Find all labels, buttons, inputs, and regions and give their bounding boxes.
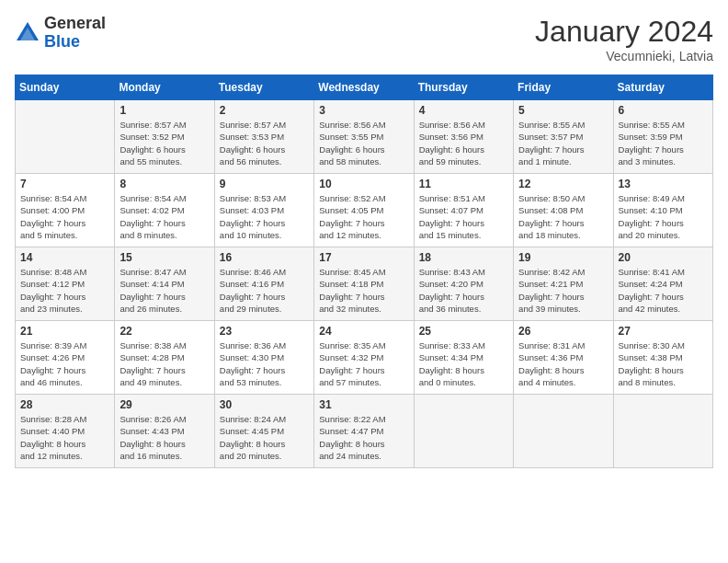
logo-icon: [15, 20, 40, 46]
calendar-cell: [414, 395, 513, 468]
day-info: Sunrise: 8:56 AMSunset: 3:55 PMDaylight:…: [319, 119, 408, 167]
calendar-cell: [514, 395, 613, 468]
day-info: Sunrise: 8:35 AMSunset: 4:32 PMDaylight:…: [319, 339, 408, 388]
calendar-cell: 8Sunrise: 8:54 AMSunset: 4:02 PMDaylight…: [115, 174, 214, 247]
logo: General Blue: [15, 15, 106, 52]
calendar-cell: 19Sunrise: 8:42 AMSunset: 4:21 PMDayligh…: [514, 247, 613, 321]
month-year-title: January 2024: [535, 15, 713, 49]
day-number: 6: [619, 104, 708, 117]
calendar-table: SundayMondayTuesdayWednesdayThursdayFrid…: [15, 75, 713, 468]
day-info: Sunrise: 8:22 AMSunset: 4:47 PMDaylight:…: [319, 413, 408, 462]
day-info: Sunrise: 8:57 AMSunset: 3:52 PMDaylight:…: [119, 119, 209, 167]
day-number: 25: [419, 325, 508, 338]
calendar-cell: 11Sunrise: 8:51 AMSunset: 4:07 PMDayligh…: [414, 174, 513, 247]
day-number: 8: [119, 178, 209, 190]
calendar-cell: 18Sunrise: 8:43 AMSunset: 4:20 PMDayligh…: [414, 247, 513, 321]
logo-blue: Blue: [44, 33, 106, 52]
logo-text: General Blue: [44, 15, 106, 52]
day-number: 7: [20, 178, 109, 190]
calendar-cell: 28Sunrise: 8:28 AMSunset: 4:40 PMDayligh…: [16, 395, 115, 468]
day-info: Sunrise: 8:50 AMSunset: 4:08 PMDaylight:…: [518, 192, 608, 241]
day-info: Sunrise: 8:43 AMSunset: 4:20 PMDaylight:…: [419, 266, 508, 315]
day-number: 28: [20, 398, 109, 411]
calendar-cell: 25Sunrise: 8:33 AMSunset: 4:34 PMDayligh…: [414, 321, 513, 395]
day-info: Sunrise: 8:28 AMSunset: 4:40 PMDaylight:…: [20, 413, 109, 462]
calendar-cell: 2Sunrise: 8:57 AMSunset: 3:53 PMDaylight…: [214, 100, 313, 174]
day-number: 1: [119, 104, 209, 117]
day-number: 31: [319, 398, 408, 411]
calendar-week-row: 1Sunrise: 8:57 AMSunset: 3:52 PMDaylight…: [16, 100, 713, 174]
day-info: Sunrise: 8:47 AMSunset: 4:14 PMDaylight:…: [119, 266, 209, 315]
day-info: Sunrise: 8:45 AMSunset: 4:18 PMDaylight:…: [319, 266, 408, 315]
calendar-cell: 21Sunrise: 8:39 AMSunset: 4:26 PMDayligh…: [16, 321, 115, 395]
day-number: 14: [20, 251, 109, 264]
day-info: Sunrise: 8:57 AMSunset: 3:53 PMDaylight:…: [220, 119, 309, 167]
day-info: Sunrise: 8:52 AMSunset: 4:05 PMDaylight:…: [319, 192, 408, 241]
weekday-header-row: SundayMondayTuesdayWednesdayThursdayFrid…: [16, 75, 713, 100]
calendar-cell: 16Sunrise: 8:46 AMSunset: 4:16 PMDayligh…: [214, 247, 313, 321]
day-number: 20: [619, 251, 708, 264]
calendar-cell: 12Sunrise: 8:50 AMSunset: 4:08 PMDayligh…: [514, 174, 613, 247]
day-number: 11: [419, 178, 508, 190]
day-info: Sunrise: 8:55 AMSunset: 3:59 PMDaylight:…: [619, 119, 708, 167]
day-info: Sunrise: 8:33 AMSunset: 4:34 PMDaylight:…: [419, 339, 508, 388]
calendar-cell: 6Sunrise: 8:55 AMSunset: 3:59 PMDaylight…: [613, 100, 712, 174]
day-number: 21: [20, 325, 109, 338]
day-info: Sunrise: 8:53 AMSunset: 4:03 PMDaylight:…: [220, 192, 309, 241]
title-block: January 2024 Vecumnieki, Latvia: [535, 15, 713, 63]
day-number: 18: [419, 251, 508, 264]
day-number: 5: [518, 104, 608, 117]
weekday-header-tuesday: Tuesday: [214, 75, 313, 100]
logo-general: General: [44, 15, 106, 33]
day-number: 17: [319, 251, 408, 264]
day-number: 3: [319, 104, 408, 117]
day-number: 12: [518, 178, 608, 190]
day-info: Sunrise: 8:49 AMSunset: 4:10 PMDaylight:…: [619, 192, 708, 241]
weekday-header-thursday: Thursday: [414, 75, 513, 100]
day-number: 26: [518, 325, 608, 338]
day-number: 16: [220, 251, 309, 264]
day-number: 9: [220, 178, 309, 190]
day-info: Sunrise: 8:30 AMSunset: 4:38 PMDaylight:…: [619, 339, 708, 388]
day-info: Sunrise: 8:26 AMSunset: 4:43 PMDaylight:…: [119, 413, 209, 462]
calendar-cell: 17Sunrise: 8:45 AMSunset: 4:18 PMDayligh…: [314, 247, 414, 321]
day-number: 23: [220, 325, 309, 338]
weekday-header-sunday: Sunday: [16, 75, 115, 100]
calendar-week-row: 14Sunrise: 8:48 AMSunset: 4:12 PMDayligh…: [16, 247, 713, 321]
day-info: Sunrise: 8:31 AMSunset: 4:36 PMDaylight:…: [518, 339, 608, 388]
calendar-cell: 9Sunrise: 8:53 AMSunset: 4:03 PMDaylight…: [214, 174, 313, 247]
calendar-cell: [613, 395, 712, 468]
day-number: 15: [119, 251, 209, 264]
day-info: Sunrise: 8:56 AMSunset: 3:56 PMDaylight:…: [419, 119, 508, 167]
day-info: Sunrise: 8:41 AMSunset: 4:24 PMDaylight:…: [619, 266, 708, 315]
day-info: Sunrise: 8:36 AMSunset: 4:30 PMDaylight:…: [220, 339, 309, 388]
day-number: 29: [119, 398, 209, 411]
calendar-cell: [16, 100, 115, 174]
day-info: Sunrise: 8:39 AMSunset: 4:26 PMDaylight:…: [20, 339, 109, 388]
day-info: Sunrise: 8:48 AMSunset: 4:12 PMDaylight:…: [20, 266, 109, 315]
day-number: 22: [119, 325, 209, 338]
day-info: Sunrise: 8:24 AMSunset: 4:45 PMDaylight:…: [220, 413, 309, 462]
calendar-week-row: 7Sunrise: 8:54 AMSunset: 4:00 PMDaylight…: [16, 174, 713, 247]
day-info: Sunrise: 8:55 AMSunset: 3:57 PMDaylight:…: [518, 119, 608, 167]
weekday-header-monday: Monday: [115, 75, 214, 100]
calendar-cell: 29Sunrise: 8:26 AMSunset: 4:43 PMDayligh…: [115, 395, 214, 468]
calendar-cell: 20Sunrise: 8:41 AMSunset: 4:24 PMDayligh…: [613, 247, 712, 321]
day-info: Sunrise: 8:54 AMSunset: 4:00 PMDaylight:…: [20, 192, 109, 241]
weekday-header-wednesday: Wednesday: [314, 75, 414, 100]
day-number: 24: [319, 325, 408, 338]
calendar-week-row: 21Sunrise: 8:39 AMSunset: 4:26 PMDayligh…: [16, 321, 713, 395]
calendar-cell: 31Sunrise: 8:22 AMSunset: 4:47 PMDayligh…: [314, 395, 414, 468]
day-number: 10: [319, 178, 408, 190]
calendar-cell: 10Sunrise: 8:52 AMSunset: 4:05 PMDayligh…: [314, 174, 414, 247]
day-number: 19: [518, 251, 608, 264]
day-info: Sunrise: 8:54 AMSunset: 4:02 PMDaylight:…: [119, 192, 209, 241]
calendar-week-row: 28Sunrise: 8:28 AMSunset: 4:40 PMDayligh…: [16, 395, 713, 468]
calendar-cell: 26Sunrise: 8:31 AMSunset: 4:36 PMDayligh…: [514, 321, 613, 395]
day-number: 4: [419, 104, 508, 117]
calendar-cell: 24Sunrise: 8:35 AMSunset: 4:32 PMDayligh…: [314, 321, 414, 395]
weekday-header-saturday: Saturday: [613, 75, 712, 100]
day-number: 2: [220, 104, 309, 117]
calendar-cell: 27Sunrise: 8:30 AMSunset: 4:38 PMDayligh…: [613, 321, 712, 395]
calendar-cell: 23Sunrise: 8:36 AMSunset: 4:30 PMDayligh…: [214, 321, 313, 395]
